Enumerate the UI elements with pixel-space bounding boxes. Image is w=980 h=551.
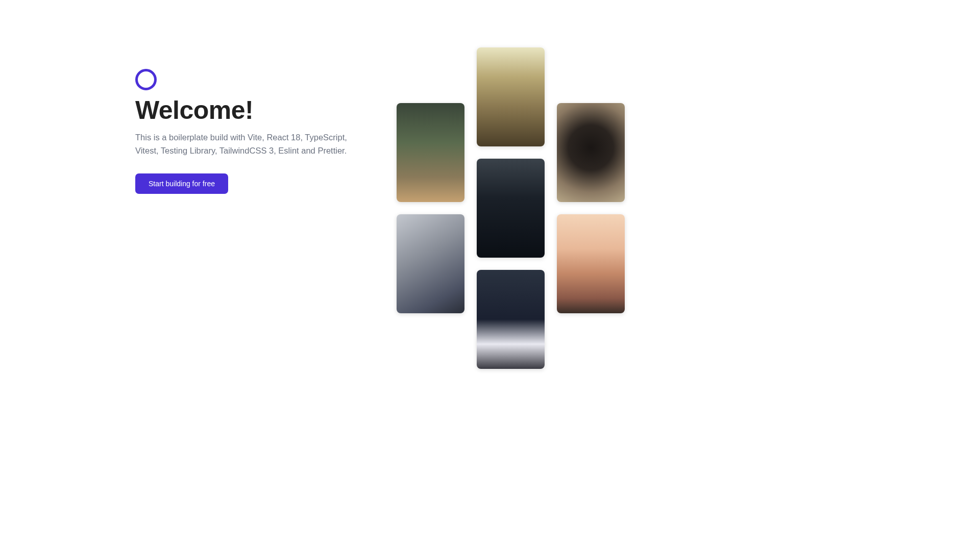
logo-circle-icon bbox=[135, 69, 157, 90]
gallery-image-mountain bbox=[477, 270, 545, 369]
start-building-button[interactable]: Start building for free bbox=[135, 173, 228, 194]
gallery-image-skyscraper bbox=[397, 214, 464, 313]
gallery-image-forest bbox=[397, 103, 464, 202]
gallery-image-hooded-figure bbox=[477, 159, 545, 258]
page-heading: Welcome! bbox=[135, 95, 390, 125]
image-gallery bbox=[397, 47, 625, 369]
gallery-image-dog bbox=[557, 103, 625, 202]
gallery-image-golden-gate bbox=[557, 214, 625, 313]
gallery-image-bridge-structure bbox=[477, 47, 545, 146]
page-description: This is a boilerplate build with Vite, R… bbox=[135, 131, 350, 157]
